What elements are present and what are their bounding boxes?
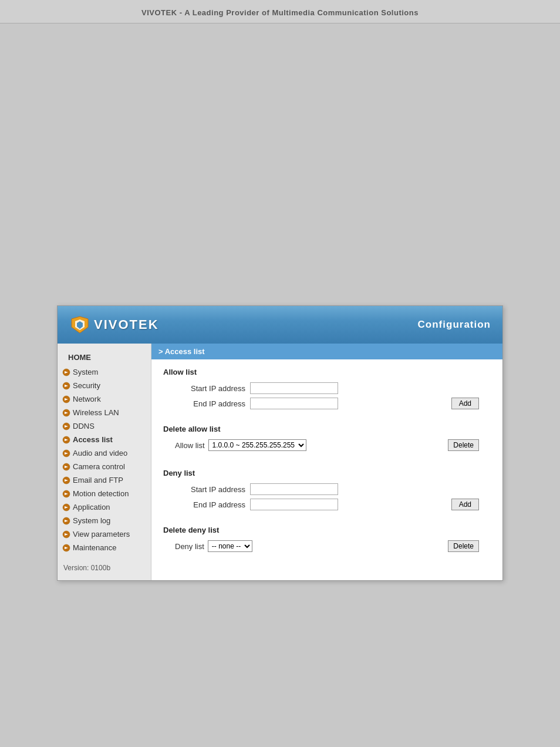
logo-text: VIVOTEK — [94, 317, 159, 332]
sidebar-item-application[interactable]: Application — [58, 500, 151, 514]
version-text: Version: 0100b — [58, 554, 151, 574]
deny-start-ip-input[interactable] — [250, 483, 338, 495]
sidebar-item-view-parameters[interactable]: View parameters — [58, 527, 151, 541]
sidebar-item-camera-control[interactable]: Camera control — [58, 460, 151, 473]
sidebar: HOME System Security — [58, 344, 151, 580]
arrow-icon-application — [62, 503, 70, 512]
delete-deny-list-title: Delete deny list — [163, 526, 491, 534]
sidebar-item-system[interactable]: System — [58, 365, 151, 379]
content-body: Allow list Start IP address End IP addre… — [151, 359, 502, 568]
sidebar-label-application: Application — [73, 503, 110, 512]
allow-start-ip-row: Start IP address — [163, 382, 491, 394]
arrow-icon-system — [62, 368, 70, 376]
allow-list-dropdown[interactable]: 1.0.0.0 ~ 255.255.255.255 — [208, 439, 306, 451]
deny-list-dropdown[interactable]: -- none -- — [208, 540, 252, 552]
sidebar-label-email-and-ftp: Email and FTP — [73, 476, 123, 484]
sidebar-label-camera-control: Camera control — [73, 462, 125, 471]
sidebar-home-link[interactable]: HOME — [58, 349, 151, 365]
arrow-icon-audio-and-video — [62, 449, 70, 457]
arrow-icon-maintenance — [62, 544, 70, 552]
arrow-icon-network — [62, 395, 70, 403]
sidebar-label-system-log: System log — [73, 516, 110, 525]
config-title: Configuration — [418, 319, 491, 331]
allow-start-ip-label: Start IP address — [175, 384, 245, 393]
sidebar-label-ddns: DDNS — [73, 422, 95, 430]
deny-end-ip-input[interactable] — [250, 499, 338, 510]
tagline: VIVOTEK - A Leading Provider of Multimed… — [141, 8, 419, 17]
sidebar-label-audio-and-video: Audio and video — [73, 449, 127, 457]
breadcrumb: > Access list — [151, 344, 502, 359]
arrow-icon-email-and-ftp — [62, 476, 70, 484]
sidebar-label-access-list: Access list — [73, 435, 113, 444]
sidebar-label-network: Network — [73, 395, 101, 403]
allow-end-ip-input[interactable] — [250, 398, 338, 409]
arrow-icon-camera-control — [62, 463, 70, 471]
content-area: > Access list Allow list Start IP addres… — [151, 344, 502, 580]
arrow-icon-system-log — [62, 517, 70, 525]
allow-start-ip-input[interactable] — [250, 382, 338, 394]
deny-list-title: Deny list — [163, 469, 491, 477]
allow-list-title: Allow list — [163, 368, 491, 376]
sidebar-item-wireless-lan[interactable]: Wireless LAN — [58, 406, 151, 419]
header: VIVOTEK Configuration — [58, 306, 502, 344]
sidebar-item-system-log[interactable]: System log — [58, 514, 151, 527]
sidebar-label-system: System — [73, 368, 98, 376]
sidebar-item-security[interactable]: Security — [58, 379, 151, 392]
sidebar-item-motion-detection[interactable]: Motion detection — [58, 487, 151, 500]
top-bar: VIVOTEK - A Leading Provider of Multimed… — [0, 0, 560, 23]
sidebar-item-network[interactable]: Network — [58, 392, 151, 406]
browser-window: VIVOTEK Configuration HOME System — [57, 305, 503, 581]
allow-list-dropdown-label: Allow list — [175, 441, 205, 450]
sidebar-label-security: Security — [73, 381, 100, 390]
sidebar-item-access-list[interactable]: Access list — [58, 433, 151, 446]
delete-allow-list-title: Delete allow list — [163, 425, 491, 433]
sidebar-item-audio-and-video[interactable]: Audio and video — [58, 446, 151, 460]
delete-allow-button[interactable]: Delete — [448, 439, 479, 451]
sidebar-item-maintenance[interactable]: Maintenance — [58, 541, 151, 554]
arrow-icon-ddns — [62, 422, 70, 430]
arrow-icon-security — [62, 382, 70, 390]
deny-start-ip-row: Start IP address — [163, 483, 491, 495]
sidebar-label-wireless-lan: Wireless LAN — [73, 408, 119, 417]
sidebar-label-maintenance: Maintenance — [73, 543, 116, 552]
deny-list-dropdown-label: Deny list — [175, 542, 204, 551]
vivotek-logo-icon — [69, 314, 90, 335]
deny-start-ip-label: Start IP address — [175, 485, 245, 494]
delete-deny-button[interactable]: Delete — [448, 540, 479, 552]
arrow-icon-wireless-lan — [62, 409, 70, 417]
allow-add-button[interactable]: Add — [451, 398, 479, 409]
arrow-icon-access-list — [62, 436, 70, 444]
sidebar-item-email-and-ftp[interactable]: Email and FTP — [58, 473, 151, 487]
arrow-icon-motion-detection — [62, 490, 70, 498]
sidebar-item-ddns[interactable]: DDNS — [58, 419, 151, 433]
logo-area: VIVOTEK — [69, 314, 159, 335]
deny-add-button[interactable]: Add — [451, 499, 479, 510]
arrow-icon-view-parameters — [62, 530, 70, 539]
sidebar-label-view-parameters: View parameters — [73, 530, 130, 539]
sidebar-label-motion-detection: Motion detection — [73, 489, 129, 498]
main-layout: HOME System Security — [58, 344, 502, 580]
deny-end-ip-label: End IP address — [175, 500, 245, 509]
allow-end-ip-label: End IP address — [175, 399, 245, 408]
